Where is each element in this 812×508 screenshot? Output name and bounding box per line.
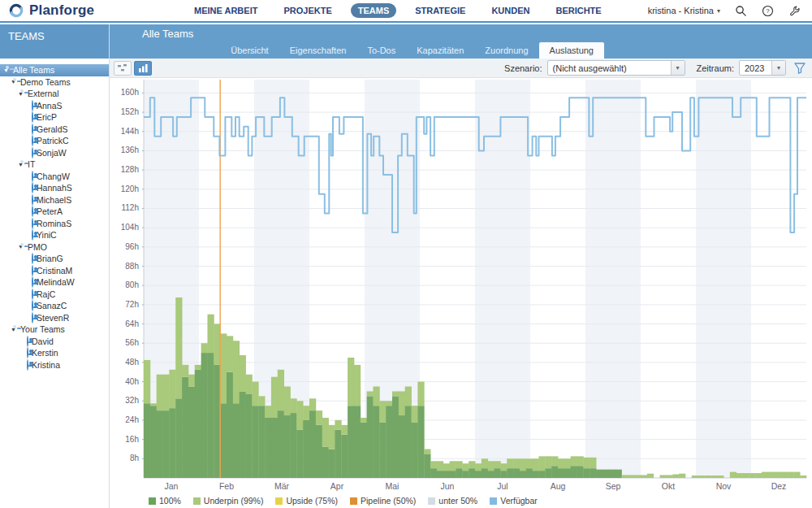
tree-node-icon xyxy=(32,254,33,263)
app-logo[interactable]: Planforge xyxy=(0,2,187,19)
y-tick-label: 144h xyxy=(110,127,139,136)
tree-row[interactable]: ▼ Your Teams xyxy=(0,323,109,336)
user-avatar-icon xyxy=(32,289,33,300)
tree-node-label: SanazC xyxy=(37,301,67,310)
tree-row[interactable]: EricP xyxy=(0,111,109,124)
tree-row[interactable]: CristinaM xyxy=(0,265,109,277)
y-tick-label: 104h xyxy=(110,223,139,232)
szenario-select[interactable]: (Nicht ausgewählt) ▾ xyxy=(547,60,685,76)
legend-label: Upside (75%) xyxy=(286,496,338,506)
svg-text:Sep: Sep xyxy=(606,481,621,491)
tree-row[interactable]: GeraldS xyxy=(0,124,109,136)
svg-text:Mai: Mai xyxy=(386,481,400,491)
nav-item[interactable]: MEINE ARBEIT xyxy=(187,3,265,18)
teams-tree: ▼ Alle Teams ▼ Demo Teams ▼ External Ann… xyxy=(0,59,109,371)
tab[interactable]: Eigenschaften xyxy=(279,42,357,59)
filter-funnel-icon[interactable] xyxy=(794,63,806,74)
tree-node-label: StevenR xyxy=(37,313,69,323)
user-avatar-icon xyxy=(32,135,33,146)
tree-node-label: CristinaM xyxy=(37,266,72,276)
user-avatar-icon xyxy=(27,336,28,347)
search-icon[interactable] xyxy=(735,5,747,17)
y-tick-label: 32h xyxy=(110,396,139,405)
tree-node-label: MelindaW xyxy=(37,277,75,287)
svg-text:Jan: Jan xyxy=(165,481,179,491)
tree-row[interactable]: Kerstin xyxy=(0,347,109,359)
tree-row[interactable]: PatrickC xyxy=(0,135,109,147)
user-avatar-icon xyxy=(32,147,33,158)
logo-text: Planforge xyxy=(29,2,94,19)
tree-node-label: ChangW xyxy=(37,172,70,181)
dropdown-arrow-icon[interactable]: ▾ xyxy=(771,61,785,75)
user-name: kristina - Kristina xyxy=(648,6,714,15)
tree-row[interactable]: ▼ External xyxy=(0,88,109,100)
legend-item: Verfügbar xyxy=(490,496,538,506)
legend-swatch xyxy=(490,497,497,505)
svg-text:Nov: Nov xyxy=(716,481,732,491)
tree-node-icon xyxy=(32,277,33,287)
tree-node-icon xyxy=(32,195,33,205)
tree-row[interactable]: BrianG xyxy=(0,253,109,265)
tab[interactable]: Zuordnung xyxy=(474,42,538,59)
tree-row[interactable]: YiniC xyxy=(0,229,109,241)
tree-node-icon xyxy=(32,313,33,323)
user-avatar-icon xyxy=(32,206,33,217)
tab[interactable]: Übersicht xyxy=(220,42,279,59)
tree-row[interactable]: SonjaW xyxy=(0,147,109,159)
dropdown-arrow-icon[interactable]: ▾ xyxy=(671,61,685,75)
tree-row[interactable]: RominaS xyxy=(0,218,109,230)
szenario-label: Szenario: xyxy=(504,63,542,73)
tree-row[interactable]: ▼ Alle Teams xyxy=(0,64,109,76)
tree-view-toggle-button[interactable] xyxy=(114,61,132,76)
tree-row[interactable]: MichaelS xyxy=(0,194,109,206)
top-navbar: Planforge MEINE ARBEITPROJEKTETEAMSSTRAT… xyxy=(0,0,812,23)
utilization-chart: JanFebMärAprMaiJunJulAugSepOktNovDez xyxy=(142,78,810,493)
tab[interactable]: To-Dos xyxy=(356,42,406,59)
legend-item: 100% xyxy=(149,496,181,506)
tree-node-label: External xyxy=(28,89,59,98)
tree-row[interactable]: PeterA xyxy=(0,206,109,218)
tree-node-icon xyxy=(27,336,28,346)
tree-row[interactable]: SanazC xyxy=(0,300,109,312)
tab[interactable]: Kapazitäten xyxy=(406,42,474,59)
tab[interactable]: Auslastung xyxy=(539,42,604,59)
tree-row[interactable]: RajC xyxy=(0,289,109,301)
svg-text:Mär: Mär xyxy=(274,481,290,491)
utilization-chart-area: 8h16h24h32h40h48h56h64h72h80h88h96h104h1… xyxy=(110,78,812,508)
zeitraum-select[interactable]: 2023 ▾ xyxy=(739,60,786,76)
bar-chart-view-toggle-button[interactable] xyxy=(134,61,152,76)
tree-node-icon xyxy=(32,183,33,193)
tree-row[interactable]: HannahS xyxy=(0,182,109,194)
nav-item[interactable]: BERICHTE xyxy=(548,3,608,18)
tree-node-label: SonjaW xyxy=(37,148,67,158)
tree-row[interactable]: Kristina xyxy=(0,359,109,371)
legend-item: Upside (75%) xyxy=(275,496,338,506)
tree-row[interactable]: ChangW xyxy=(0,171,109,183)
user-avatar-icon xyxy=(32,265,33,276)
y-tick-label: 128h xyxy=(110,165,139,174)
tree-row[interactable]: David xyxy=(0,336,109,348)
tree-row[interactable]: ▼ PMO xyxy=(0,241,109,254)
y-tick-label: 160h xyxy=(110,88,139,97)
tree-row[interactable]: MelindaW xyxy=(0,276,109,289)
legend-swatch xyxy=(350,497,357,505)
nav-item[interactable]: KUNDEN xyxy=(484,3,537,18)
nav-item[interactable]: STRATEGIE xyxy=(408,3,473,18)
tree-view-icon xyxy=(118,64,127,72)
nav-item[interactable]: PROJEKTE xyxy=(276,3,339,18)
y-tick-label: 152h xyxy=(110,107,139,116)
user-menu[interactable]: kristina - Kristina ▾ xyxy=(648,6,720,15)
nav-item[interactable]: TEAMS xyxy=(351,3,397,18)
tree-row[interactable]: StevenR xyxy=(0,312,109,324)
user-avatar-icon xyxy=(32,182,33,193)
tree-node-icon xyxy=(27,360,28,370)
tree-row[interactable]: ▼ Demo Teams xyxy=(0,76,109,89)
bar-chart-icon xyxy=(139,64,148,72)
admin-wrench-icon[interactable] xyxy=(788,5,801,17)
tree-row[interactable]: AnnaS xyxy=(0,100,109,112)
tree-row[interactable]: ▼ IT xyxy=(0,158,109,171)
tree-node-label: PMO xyxy=(28,242,47,252)
legend-swatch xyxy=(193,497,201,505)
help-icon[interactable]: ? xyxy=(762,5,774,17)
tree-node-label: RominaS xyxy=(37,219,71,228)
